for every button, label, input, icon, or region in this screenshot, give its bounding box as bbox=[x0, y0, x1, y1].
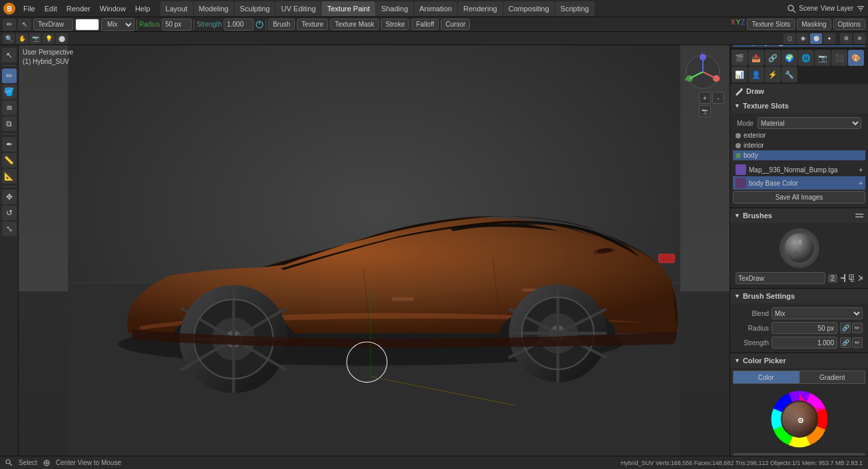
slot-body[interactable]: body bbox=[733, 150, 865, 160]
material-props-icon[interactable]: 🎨 bbox=[848, 50, 864, 66]
wire-icon[interactable]: ◻ bbox=[783, 33, 795, 44]
fill-tool[interactable]: 🪣 bbox=[2, 84, 17, 99]
annotate-tool[interactable]: ✒ bbox=[2, 137, 17, 152]
file-menu[interactable]: File bbox=[19, 3, 39, 14]
light-icon[interactable]: 💡 bbox=[43, 33, 55, 44]
slot-exterior[interactable]: exterior bbox=[733, 130, 865, 140]
brushes-header[interactable]: ▼ Brushes bbox=[730, 208, 868, 223]
world-props-icon[interactable]: 🌐 bbox=[798, 50, 814, 66]
tab-animation[interactable]: Animation bbox=[414, 1, 457, 16]
overlay-icon[interactable]: ⊞ bbox=[840, 33, 852, 44]
help-menu[interactable]: Help bbox=[131, 3, 154, 14]
particles-props-icon[interactable]: 👤 bbox=[748, 67, 764, 82]
radius-value[interactable]: 50 px bbox=[162, 19, 192, 31]
texture-btn[interactable]: Texture bbox=[297, 19, 328, 30]
smear-tool[interactable]: ≋ bbox=[2, 100, 17, 115]
mode-select[interactable]: Material bbox=[758, 117, 861, 129]
brush-name-display[interactable]: TexDraw bbox=[33, 19, 73, 31]
stroke-btn[interactable]: Stroke bbox=[381, 19, 409, 30]
tab-rendering[interactable]: Rendering bbox=[458, 1, 503, 16]
scene-props-icon[interactable]: 🌍 bbox=[781, 50, 797, 66]
strength-number[interactable]: 1.000 bbox=[771, 337, 837, 349]
brush-settings-section: ▼ Brush Settings Blend Mix Radius 50 px … bbox=[730, 289, 868, 353]
material-display-icon[interactable]: ⬤ bbox=[56, 33, 68, 44]
color-wheel-container[interactable] bbox=[733, 387, 865, 452]
modifier-props-icon[interactable]: ⬛ bbox=[831, 50, 847, 66]
color-picker-header[interactable]: ▼ Color Picker bbox=[730, 353, 868, 368]
render-props-icon[interactable]: 🎬 bbox=[732, 50, 748, 66]
falloff-btn[interactable]: Falloff bbox=[411, 19, 439, 30]
mode-icon[interactable]: ✏ bbox=[3, 19, 16, 31]
tab-texture-paint[interactable]: Texture Paint bbox=[322, 1, 375, 16]
transform-tool[interactable]: ✥ bbox=[2, 190, 17, 204]
data-props-icon[interactable]: 📊 bbox=[732, 67, 748, 82]
tab-sculpting[interactable]: Sculpting bbox=[234, 1, 275, 16]
select-box-tool[interactable]: ↖ bbox=[2, 48, 17, 63]
brush-delete-icon[interactable] bbox=[857, 273, 863, 283]
gizmo-icon[interactable]: ⊕ bbox=[853, 33, 865, 44]
blend-mode-select[interactable]: Mix bbox=[771, 307, 863, 319]
radius-link-icon[interactable]: 🔗 bbox=[840, 323, 851, 333]
scale-tool2[interactable]: ⤡ bbox=[2, 222, 17, 236]
tab-compositing[interactable]: Compositing bbox=[503, 1, 554, 16]
blend-select[interactable]: Mix bbox=[101, 18, 134, 31]
constraints-props-icon[interactable]: 🔧 bbox=[781, 67, 797, 82]
draw-panel-header[interactable]: Draw bbox=[730, 84, 868, 98]
rotate-tool2[interactable]: ↺ bbox=[2, 206, 17, 220]
brush-btn[interactable]: Brush bbox=[268, 19, 295, 30]
zoom-in-btn[interactable]: + bbox=[699, 92, 711, 104]
strength-value[interactable]: 1.000 bbox=[224, 19, 254, 31]
edit-menu[interactable]: Edit bbox=[41, 3, 61, 14]
radius-number[interactable]: 50 px bbox=[771, 322, 837, 334]
color-swatch[interactable] bbox=[75, 19, 99, 31]
hand-icon[interactable]: ✋ bbox=[16, 33, 28, 44]
output-props-icon[interactable]: 📤 bbox=[748, 50, 764, 66]
strength-pen-icon[interactable]: ✏ bbox=[852, 337, 863, 348]
tab-modeling[interactable]: Modeling bbox=[194, 1, 234, 16]
draw-brush-tool[interactable]: ✏ bbox=[2, 69, 17, 83]
options-btn[interactable]: Options bbox=[833, 19, 865, 30]
save-all-images-btn[interactable]: Save All Images bbox=[733, 191, 865, 204]
masking-btn[interactable]: Masking bbox=[797, 19, 831, 30]
radius-pen-icon[interactable]: ✏ bbox=[852, 323, 863, 333]
slot-interior[interactable]: interior bbox=[733, 140, 865, 150]
zoom-out-btn[interactable]: - bbox=[712, 92, 724, 104]
tab-layout[interactable]: Layout bbox=[160, 1, 193, 16]
gradient-tab[interactable]: Gradient bbox=[799, 371, 866, 384]
tab-scripting[interactable]: Scripting bbox=[555, 1, 594, 16]
camera-view-btn[interactable]: 📷 bbox=[699, 105, 711, 117]
physics-props-icon[interactable]: ⚡ bbox=[765, 67, 781, 82]
texture-slots-header[interactable]: ▼ Texture Slots bbox=[730, 98, 868, 113]
solid-icon[interactable]: ◉ bbox=[797, 33, 809, 44]
strength-link-icon[interactable]: 🔗 bbox=[840, 337, 851, 348]
brush-settings-header[interactable]: ▼ Brush Settings bbox=[730, 289, 868, 303]
cursor-icon2[interactable]: ↖ bbox=[18, 19, 31, 31]
tab-shading[interactable]: Shading bbox=[376, 1, 413, 16]
material-icon-2[interactable]: ⬤ bbox=[810, 33, 822, 44]
brush-new-icon[interactable] bbox=[840, 273, 846, 283]
image-add-icon[interactable]: + bbox=[859, 166, 863, 174]
camera2-icon[interactable]: 📷 bbox=[29, 33, 41, 44]
annotate-line-tool[interactable]: 📏 bbox=[2, 153, 17, 168]
render-icon-2[interactable]: ● bbox=[823, 33, 835, 44]
brushes-options-icon[interactable] bbox=[855, 211, 864, 220]
main-viewport[interactable]: User Perspective (1) Hybrid_SUV X Y Z bbox=[19, 45, 730, 456]
normal-map-row[interactable]: Map__936_Normal_Bump.tga + bbox=[733, 163, 865, 176]
view-icon[interactable]: 🔍 bbox=[3, 33, 15, 44]
render-menu[interactable]: Render bbox=[63, 3, 95, 14]
brush-name-input[interactable]: TexDraw bbox=[736, 272, 825, 284]
base-color-row[interactable]: body Base Color + bbox=[733, 176, 865, 190]
viewlayer-props-icon[interactable]: 🔗 bbox=[765, 50, 781, 66]
window-menu[interactable]: Window bbox=[96, 3, 130, 14]
clone-tool[interactable]: ⧉ bbox=[2, 116, 17, 131]
measure-tool[interactable]: 📐 bbox=[2, 169, 17, 184]
cursor-btn[interactable]: Cursor bbox=[441, 19, 470, 30]
tab-uv-editing[interactable]: UV Editing bbox=[276, 1, 321, 16]
color-tab[interactable]: Color bbox=[733, 371, 799, 384]
brush-duplicate-icon[interactable] bbox=[848, 273, 854, 283]
texture-mask-btn[interactable]: Texture Mask bbox=[330, 19, 379, 30]
viewport-gizmo[interactable]: X Y Z bbox=[683, 52, 723, 92]
texture-slots-btn[interactable]: Texture Slots bbox=[747, 19, 795, 30]
base-color-add-icon[interactable]: + bbox=[859, 180, 863, 187]
object-props-icon[interactable]: 📷 bbox=[815, 50, 831, 66]
